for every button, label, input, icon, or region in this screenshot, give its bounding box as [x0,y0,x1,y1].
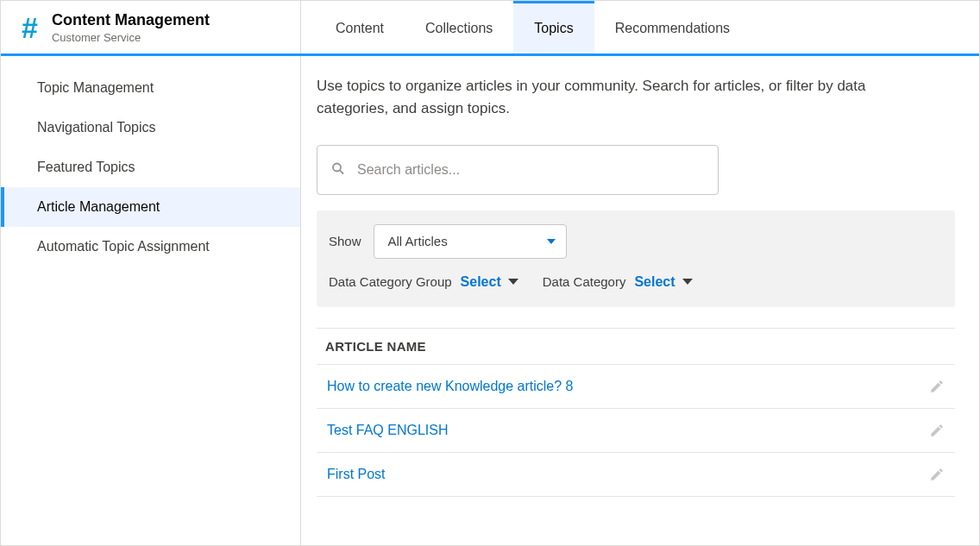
main-content: Use topics to organize articles in your … [301,56,979,545]
show-label: Show [329,234,361,248]
tab-label: Collections [425,21,493,36]
dcg-label: Data Category Group [329,274,452,289]
search-input[interactable] [317,145,719,195]
table-row: Test FAQ ENGLISH [317,409,955,453]
svg-point-0 [333,163,341,171]
sidebar-item-article-management[interactable]: Article Management [1,187,300,227]
chevron-down-icon [508,279,518,285]
pencil-icon[interactable] [929,467,945,482]
header: # Content Management Customer Service Co… [1,1,979,56]
dc-label: Data Category [543,274,626,289]
article-link[interactable]: Test FAQ ENGLISH [327,423,448,438]
tab-recommendations[interactable]: Recommendations [594,1,751,53]
intro-text: Use topics to organize articles in your … [317,75,869,121]
table-row: First Post [317,453,955,497]
article-link[interactable]: First Post [327,467,386,482]
show-select[interactable]: All Articles [374,224,567,259]
sidebar: Topic Management Navigational Topics Fea… [1,56,301,545]
sidebar-item-featured-topics[interactable]: Featured Topics [1,147,300,187]
tab-content[interactable]: Content [315,1,405,53]
dcg-select-text: Select [461,274,501,290]
tab-label: Topics [534,21,573,36]
filter-bar: Show All Articles Data Category Group Se… [317,210,955,307]
search-wrap [317,145,719,195]
chevron-down-icon [547,239,556,244]
page-subtitle: Customer Service [52,31,210,44]
table-header-article-name: ARTICLE NAME [317,329,955,365]
sidebar-item-topic-management[interactable]: Topic Management [1,68,300,108]
svg-line-1 [340,170,343,173]
data-category-group-filter: Data Category Group Select [329,274,518,290]
chevron-down-icon [682,279,693,285]
tab-label: Content [336,21,384,36]
filter-row-categories: Data Category Group Select Data Category… [329,274,943,290]
tab-topics[interactable]: Topics [513,1,594,53]
tab-collections[interactable]: Collections [405,1,513,53]
sidebar-item-label: Article Management [37,199,160,214]
pencil-icon[interactable] [929,423,945,438]
data-category-filter: Data Category Select [543,274,693,290]
article-link[interactable]: How to create new Knowledge article? 8 [327,379,574,394]
dc-select-text: Select [634,274,675,290]
sidebar-item-automatic-topic-assignment[interactable]: Automatic Topic Assignment [1,227,300,267]
show-select-value: All Articles [388,234,448,248]
dc-select-button[interactable]: Select [634,274,692,290]
pencil-icon[interactable] [929,379,945,394]
article-table: ARTICLE NAME How to create new Knowledge… [317,328,955,497]
sidebar-item-label: Topic Management [37,80,154,95]
body: Topic Management Navigational Topics Fea… [1,56,979,545]
app-root: # Content Management Customer Service Co… [0,0,980,546]
header-tabs: Content Collections Topics Recommendatio… [301,1,979,53]
search-icon [330,160,346,179]
dcg-select-button[interactable]: Select [461,274,518,290]
sidebar-item-label: Automatic Topic Assignment [37,239,210,254]
sidebar-item-label: Navigational Topics [37,120,156,135]
hash-icon: # [22,13,38,42]
table-row: How to create new Knowledge article? 8 [317,365,955,409]
header-title-block: # Content Management Customer Service [1,1,301,53]
sidebar-item-label: Featured Topics [37,160,135,174]
sidebar-item-navigational-topics[interactable]: Navigational Topics [1,108,300,147]
page-title: Content Management [52,11,210,29]
tab-label: Recommendations [615,21,730,36]
filter-row-show: Show All Articles [329,224,943,259]
